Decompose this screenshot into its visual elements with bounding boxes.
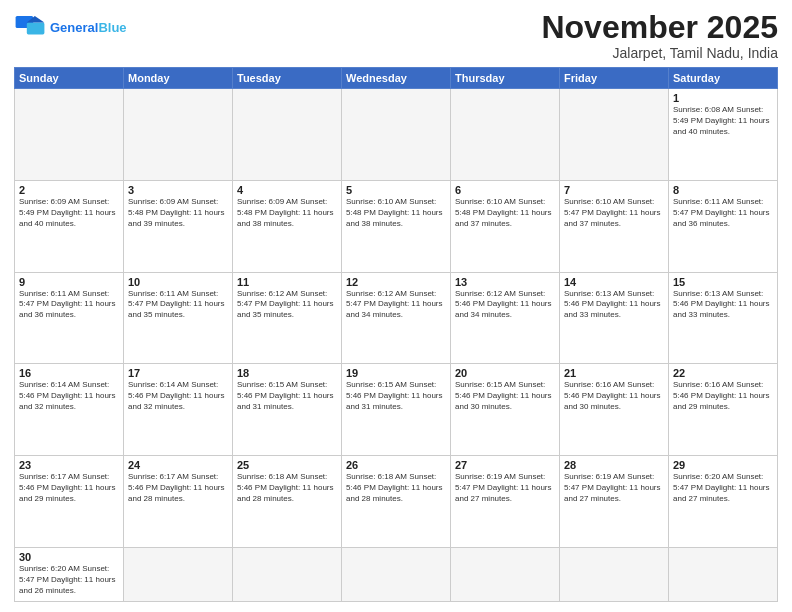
calendar-table: Sunday Monday Tuesday Wednesday Thursday…: [14, 67, 778, 602]
day-number: 7: [564, 184, 664, 196]
logo-general: General: [50, 20, 98, 35]
table-row: 16Sunrise: 6:14 AM Sunset: 5:46 PM Dayli…: [15, 364, 124, 456]
day-number: 2: [19, 184, 119, 196]
table-row: [451, 548, 560, 602]
svg-rect-1: [27, 22, 45, 34]
cell-info: Sunrise: 6:09 AM Sunset: 5:48 PM Dayligh…: [128, 197, 228, 229]
cell-info: Sunrise: 6:13 AM Sunset: 5:46 PM Dayligh…: [564, 289, 664, 321]
cell-info: Sunrise: 6:17 AM Sunset: 5:46 PM Dayligh…: [19, 472, 119, 504]
cell-info: Sunrise: 6:11 AM Sunset: 5:47 PM Dayligh…: [673, 197, 773, 229]
logo-blue: Blue: [98, 20, 126, 35]
table-row: [124, 548, 233, 602]
table-row: 28Sunrise: 6:19 AM Sunset: 5:47 PM Dayli…: [560, 456, 669, 548]
cell-info: Sunrise: 6:17 AM Sunset: 5:46 PM Dayligh…: [128, 472, 228, 504]
cell-info: Sunrise: 6:13 AM Sunset: 5:46 PM Dayligh…: [673, 289, 773, 321]
table-row: 17Sunrise: 6:14 AM Sunset: 5:46 PM Dayli…: [124, 364, 233, 456]
cell-info: Sunrise: 6:11 AM Sunset: 5:47 PM Dayligh…: [19, 289, 119, 321]
day-number: 9: [19, 276, 119, 288]
table-row: 5Sunrise: 6:10 AM Sunset: 5:48 PM Daylig…: [342, 180, 451, 272]
cell-info: Sunrise: 6:12 AM Sunset: 5:46 PM Dayligh…: [455, 289, 555, 321]
day-number: 22: [673, 367, 773, 379]
table-row: [15, 89, 124, 181]
table-row: [451, 89, 560, 181]
day-number: 16: [19, 367, 119, 379]
day-number: 23: [19, 459, 119, 471]
cell-info: Sunrise: 6:19 AM Sunset: 5:47 PM Dayligh…: [564, 472, 664, 504]
table-row: 1Sunrise: 6:08 AM Sunset: 5:49 PM Daylig…: [669, 89, 778, 181]
day-number: 3: [128, 184, 228, 196]
cell-info: Sunrise: 6:16 AM Sunset: 5:46 PM Dayligh…: [673, 380, 773, 412]
cell-info: Sunrise: 6:18 AM Sunset: 5:46 PM Dayligh…: [346, 472, 446, 504]
table-row: 13Sunrise: 6:12 AM Sunset: 5:46 PM Dayli…: [451, 272, 560, 364]
col-wednesday: Wednesday: [342, 68, 451, 89]
table-row: 3Sunrise: 6:09 AM Sunset: 5:48 PM Daylig…: [124, 180, 233, 272]
cell-info: Sunrise: 6:15 AM Sunset: 5:46 PM Dayligh…: [346, 380, 446, 412]
day-number: 30: [19, 551, 119, 563]
cell-info: Sunrise: 6:11 AM Sunset: 5:47 PM Dayligh…: [128, 289, 228, 321]
day-number: 20: [455, 367, 555, 379]
table-row: 29Sunrise: 6:20 AM Sunset: 5:47 PM Dayli…: [669, 456, 778, 548]
table-row: 14Sunrise: 6:13 AM Sunset: 5:46 PM Dayli…: [560, 272, 669, 364]
logo: GeneralBlue: [14, 14, 127, 42]
table-row: 27Sunrise: 6:19 AM Sunset: 5:47 PM Dayli…: [451, 456, 560, 548]
location: Jalarpet, Tamil Nadu, India: [541, 45, 778, 61]
table-row: 25Sunrise: 6:18 AM Sunset: 5:46 PM Dayli…: [233, 456, 342, 548]
page: GeneralBlue November 2025 Jalarpet, Tami…: [0, 0, 792, 612]
table-row: [342, 89, 451, 181]
day-number: 25: [237, 459, 337, 471]
table-row: 10Sunrise: 6:11 AM Sunset: 5:47 PM Dayli…: [124, 272, 233, 364]
day-number: 29: [673, 459, 773, 471]
day-number: 14: [564, 276, 664, 288]
table-row: [560, 548, 669, 602]
table-row: 2Sunrise: 6:09 AM Sunset: 5:49 PM Daylig…: [15, 180, 124, 272]
table-row: 4Sunrise: 6:09 AM Sunset: 5:48 PM Daylig…: [233, 180, 342, 272]
table-row: 15Sunrise: 6:13 AM Sunset: 5:46 PM Dayli…: [669, 272, 778, 364]
day-number: 24: [128, 459, 228, 471]
day-number: 21: [564, 367, 664, 379]
day-number: 17: [128, 367, 228, 379]
table-row: 7Sunrise: 6:10 AM Sunset: 5:47 PM Daylig…: [560, 180, 669, 272]
header: GeneralBlue November 2025 Jalarpet, Tami…: [14, 10, 778, 61]
calendar-header-row: Sunday Monday Tuesday Wednesday Thursday…: [15, 68, 778, 89]
col-tuesday: Tuesday: [233, 68, 342, 89]
col-friday: Friday: [560, 68, 669, 89]
table-row: 6Sunrise: 6:10 AM Sunset: 5:48 PM Daylig…: [451, 180, 560, 272]
month-title: November 2025: [541, 10, 778, 45]
cell-info: Sunrise: 6:19 AM Sunset: 5:47 PM Dayligh…: [455, 472, 555, 504]
cell-info: Sunrise: 6:09 AM Sunset: 5:49 PM Dayligh…: [19, 197, 119, 229]
table-row: [124, 89, 233, 181]
col-sunday: Sunday: [15, 68, 124, 89]
logo-text: GeneralBlue: [50, 21, 127, 35]
cell-info: Sunrise: 6:09 AM Sunset: 5:48 PM Dayligh…: [237, 197, 337, 229]
table-row: 18Sunrise: 6:15 AM Sunset: 5:46 PM Dayli…: [233, 364, 342, 456]
day-number: 28: [564, 459, 664, 471]
cell-info: Sunrise: 6:20 AM Sunset: 5:47 PM Dayligh…: [673, 472, 773, 504]
cell-info: Sunrise: 6:20 AM Sunset: 5:47 PM Dayligh…: [19, 564, 119, 596]
day-number: 4: [237, 184, 337, 196]
day-number: 26: [346, 459, 446, 471]
title-block: November 2025 Jalarpet, Tamil Nadu, Indi…: [541, 10, 778, 61]
day-number: 1: [673, 92, 773, 104]
cell-info: Sunrise: 6:14 AM Sunset: 5:46 PM Dayligh…: [19, 380, 119, 412]
col-saturday: Saturday: [669, 68, 778, 89]
table-row: 11Sunrise: 6:12 AM Sunset: 5:47 PM Dayli…: [233, 272, 342, 364]
cell-info: Sunrise: 6:08 AM Sunset: 5:49 PM Dayligh…: [673, 105, 773, 137]
day-number: 18: [237, 367, 337, 379]
table-row: 21Sunrise: 6:16 AM Sunset: 5:46 PM Dayli…: [560, 364, 669, 456]
cell-info: Sunrise: 6:10 AM Sunset: 5:48 PM Dayligh…: [455, 197, 555, 229]
col-monday: Monday: [124, 68, 233, 89]
logo-icon: [14, 14, 46, 42]
cell-info: Sunrise: 6:15 AM Sunset: 5:46 PM Dayligh…: [455, 380, 555, 412]
col-thursday: Thursday: [451, 68, 560, 89]
table-row: 26Sunrise: 6:18 AM Sunset: 5:46 PM Dayli…: [342, 456, 451, 548]
table-row: 23Sunrise: 6:17 AM Sunset: 5:46 PM Dayli…: [15, 456, 124, 548]
table-row: [560, 89, 669, 181]
table-row: [233, 89, 342, 181]
table-row: 20Sunrise: 6:15 AM Sunset: 5:46 PM Dayli…: [451, 364, 560, 456]
day-number: 10: [128, 276, 228, 288]
cell-info: Sunrise: 6:14 AM Sunset: 5:46 PM Dayligh…: [128, 380, 228, 412]
table-row: 9Sunrise: 6:11 AM Sunset: 5:47 PM Daylig…: [15, 272, 124, 364]
table-row: 22Sunrise: 6:16 AM Sunset: 5:46 PM Dayli…: [669, 364, 778, 456]
day-number: 8: [673, 184, 773, 196]
cell-info: Sunrise: 6:12 AM Sunset: 5:47 PM Dayligh…: [346, 289, 446, 321]
